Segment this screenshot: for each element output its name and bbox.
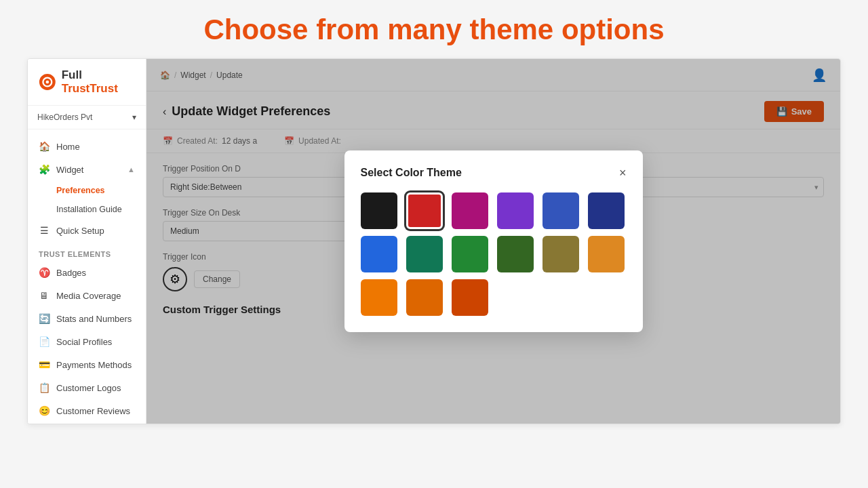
widget-chevron-icon: ▲ [127,165,135,174]
sidebar-item-widget[interactable]: 🧩 Widget ▲ [28,158,146,181]
sidebar-item-installation-guide[interactable]: Installation Guide [28,200,146,219]
sidebar-item-media-coverage[interactable]: 🖥 Media Coverage [28,284,146,307]
main-content: 🏠 / Widget / Update 👤 ‹ Update Widget Pr… [146,59,840,424]
sidebar-item-home[interactable]: 🏠 Home [28,135,146,158]
sidebar-item-badges[interactable]: ♈ Badges [28,261,146,284]
color-swatch-dark-green[interactable] [497,236,534,272]
color-swatch-red[interactable] [406,192,443,229]
sidebar-item-preferences[interactable]: Preferences [28,181,146,200]
customer-logos-icon: 📋 [39,382,50,393]
home-icon: 🏠 [39,141,50,152]
color-swatch-green[interactable] [452,236,488,272]
sidebar-item-quick-setup[interactable]: ☰ Quick Setup [28,219,146,242]
trust-elements-section-label: Trust Elements [28,242,146,261]
sidebar-item-social-profiles[interactable]: 📄 Social Profiles [28,330,146,353]
sidebar-nav: 🏠 Home 🧩 Widget ▲ Preferences Installati… [28,129,146,424]
color-swatch-teal[interactable] [406,236,443,272]
stats-icon: 🔄 [39,313,50,324]
banner-title: Choose from many theme options [0,14,868,46]
payments-icon: 💳 [39,359,50,370]
top-banner: Choose from many theme options [0,0,868,58]
sidebar-logo: Full TrustTrust [28,59,146,106]
customer-reviews-icon: 😊 [39,405,50,416]
color-swatch-purple-red[interactable] [452,192,488,229]
modal-header: Select Color Theme × [361,167,627,179]
widget-icon: 🧩 [39,164,50,175]
color-swatch-olive[interactable] [542,236,579,272]
sidebar-item-customer-logos[interactable]: 📋 Customer Logos [28,376,146,399]
color-swatch-orange-dark[interactable] [452,279,488,316]
sidebar-item-quick-setup-label: Quick Setup [56,226,104,236]
sidebar-item-stats[interactable]: 🔄 Stats and Numbers [28,307,146,330]
color-theme-modal: Select Color Theme × [344,150,643,332]
social-icon: 📄 [39,336,50,347]
color-swatch-purple[interactable] [497,192,534,229]
logo-icon [39,73,56,92]
sidebar-item-customer-reviews[interactable]: 😊 Customer Reviews [28,399,146,422]
badges-icon: ♈ [39,267,50,278]
account-name: HikeOrders Pvt [37,113,92,122]
sidebar-item-home-label: Home [56,142,80,152]
color-swatch-orange[interactable] [361,279,397,316]
sidebar-account[interactable]: HikeOrders Pvt ▾ [28,106,146,129]
account-chevron-icon: ▾ [132,113,136,122]
color-swatch-orange-light[interactable] [588,236,625,272]
color-swatch-blue[interactable] [361,236,397,272]
sidebar-item-widget-label: Widget [56,165,83,175]
modal-title: Select Color Theme [361,167,462,179]
logo-trust: Trust [62,82,90,95]
color-swatch-orange-mid[interactable] [406,279,443,316]
sidebar: Full TrustTrust HikeOrders Pvt ▾ 🏠 Home … [28,59,146,424]
color-grid [361,192,627,316]
media-coverage-icon: 🖥 [39,290,50,301]
app-container: Full TrustTrust HikeOrders Pvt ▾ 🏠 Home … [27,58,841,424]
color-swatch-black[interactable] [361,192,397,229]
logo-full: Full [62,68,82,81]
color-swatch-blue-mid[interactable] [542,192,579,229]
quick-setup-icon: ☰ [39,225,50,236]
modal-overlay[interactable]: Select Color Theme × [146,59,840,424]
modal-close-button[interactable]: × [619,167,627,179]
color-swatch-navy[interactable] [588,192,625,229]
sidebar-item-payments[interactable]: 💳 Payments Methods [28,353,146,376]
svg-point-2 [46,81,50,84]
